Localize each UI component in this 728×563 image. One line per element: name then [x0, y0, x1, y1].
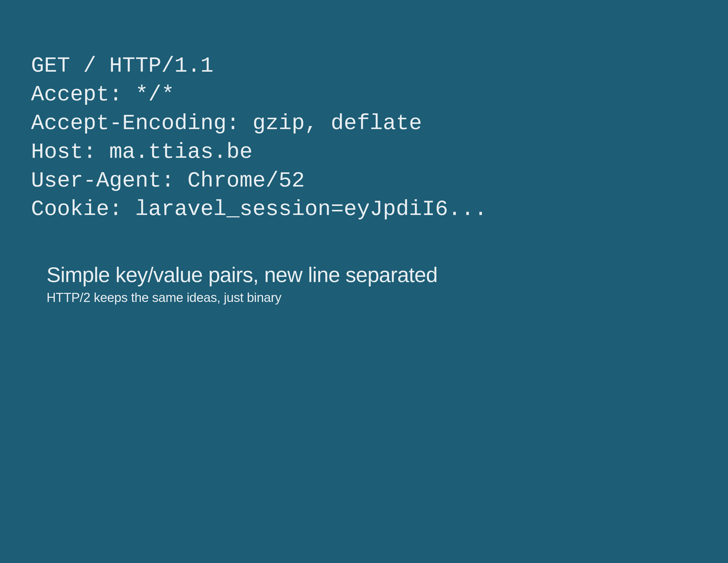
code-line-cookie: Cookie: laravel_session=eyJpdiI6... — [31, 197, 487, 221]
code-line-user-agent: User-Agent: Chrome/52 — [31, 168, 305, 193]
code-line-host: Host: ma.ttias.be — [31, 140, 253, 164]
code-line-accept: Accept: */* — [31, 82, 175, 107]
caption-block: Simple key/value pairs, new line separat… — [31, 262, 697, 305]
caption-title: Simple key/value pairs, new line separat… — [47, 262, 697, 287]
slide: GET / HTTP/1.1 Accept: */* Accept-Encodi… — [0, 0, 728, 563]
code-line-request: GET / HTTP/1.1 — [31, 54, 214, 78]
code-line-accept-encoding: Accept-Encoding: gzip, deflate — [31, 111, 422, 135]
caption-subtitle: HTTP/2 keeps the same ideas, just binary — [47, 290, 697, 305]
http-request-code: GET / HTTP/1.1 Accept: */* Accept-Encodi… — [31, 52, 697, 224]
